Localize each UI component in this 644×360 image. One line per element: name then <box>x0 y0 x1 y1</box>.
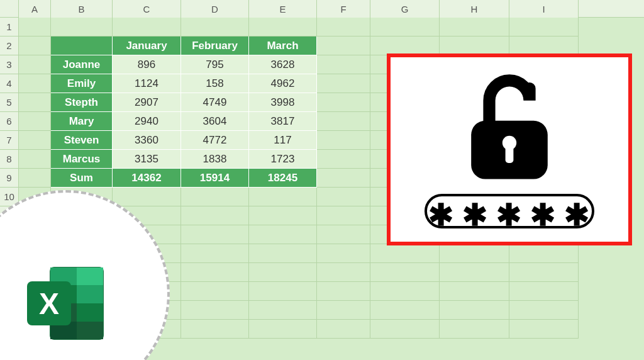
cell[interactable] <box>317 263 370 282</box>
cell[interactable] <box>317 169 370 188</box>
data-cell[interactable]: 1838 <box>181 150 249 169</box>
cell[interactable] <box>249 225 317 244</box>
col-header-e[interactable]: E <box>249 0 317 18</box>
row-header-9[interactable]: 9 <box>0 169 19 188</box>
data-cell[interactable]: 1723 <box>249 150 317 169</box>
row-header-6[interactable]: 6 <box>0 112 19 131</box>
cell[interactable] <box>181 206 249 225</box>
cell[interactable] <box>317 282 370 301</box>
cell[interactable] <box>19 74 51 93</box>
cell[interactable] <box>249 18 317 37</box>
cell[interactable] <box>440 18 509 37</box>
data-cell[interactable]: 117 <box>249 131 317 150</box>
cell[interactable] <box>509 244 579 263</box>
row-header-2[interactable]: 2 <box>0 37 19 55</box>
sum-january[interactable]: 14362 <box>113 169 181 188</box>
cell[interactable] <box>317 206 370 225</box>
cell[interactable] <box>440 37 509 55</box>
cell[interactable] <box>181 320 249 339</box>
cell[interactable] <box>181 282 249 301</box>
cell[interactable] <box>181 263 249 282</box>
cell[interactable] <box>509 282 579 301</box>
col-header-h[interactable]: H <box>440 0 509 18</box>
col-header-f[interactable]: F <box>317 0 370 18</box>
cell[interactable] <box>317 55 370 74</box>
sum-february[interactable]: 15914 <box>181 169 249 188</box>
cell[interactable] <box>440 282 509 301</box>
row-header-marcus[interactable]: Marcus <box>51 150 113 169</box>
cell[interactable] <box>249 206 317 225</box>
cell[interactable] <box>440 263 509 282</box>
cell[interactable] <box>181 188 249 206</box>
row-header-stepth[interactable]: Stepth <box>51 93 113 112</box>
cell[interactable] <box>19 131 51 150</box>
cell[interactable] <box>509 320 579 339</box>
col-header-b[interactable]: B <box>51 0 113 18</box>
data-cell[interactable]: 1124 <box>113 74 181 93</box>
data-cell[interactable]: 3604 <box>181 112 249 131</box>
cell[interactable] <box>249 282 317 301</box>
cell[interactable] <box>317 74 370 93</box>
cell[interactable] <box>317 301 370 320</box>
select-all-corner[interactable] <box>0 0 19 18</box>
cell[interactable] <box>249 244 317 263</box>
data-cell[interactable]: 4772 <box>181 131 249 150</box>
cell[interactable] <box>181 18 249 37</box>
cell[interactable] <box>509 301 579 320</box>
cell[interactable] <box>249 301 317 320</box>
cell[interactable] <box>181 225 249 244</box>
cell[interactable] <box>19 150 51 169</box>
cell[interactable] <box>370 37 440 55</box>
data-cell[interactable]: 896 <box>113 55 181 74</box>
cell[interactable] <box>317 244 370 263</box>
cell[interactable] <box>509 18 579 37</box>
data-cell[interactable]: 2940 <box>113 112 181 131</box>
col-header-c[interactable]: C <box>113 0 181 18</box>
row-header-mary[interactable]: Mary <box>51 112 113 131</box>
col-header-i[interactable]: I <box>509 0 579 18</box>
cell[interactable] <box>181 301 249 320</box>
data-cell[interactable]: 2907 <box>113 93 181 112</box>
cell[interactable] <box>370 18 440 37</box>
cell[interactable] <box>317 150 370 169</box>
cell[interactable] <box>370 301 440 320</box>
cell[interactable] <box>370 320 440 339</box>
row-header-emily[interactable]: Emily <box>51 74 113 93</box>
cell[interactable] <box>370 244 440 263</box>
cell[interactable] <box>370 282 440 301</box>
col-header-g[interactable]: G <box>370 0 440 18</box>
row-header-1[interactable]: 1 <box>0 18 19 37</box>
row-header-5[interactable]: 5 <box>0 93 19 112</box>
data-cell[interactable]: 3998 <box>249 93 317 112</box>
data-cell[interactable]: 3817 <box>249 112 317 131</box>
data-cell[interactable]: 3628 <box>249 55 317 74</box>
cell[interactable] <box>317 225 370 244</box>
col-header-march[interactable]: March <box>249 37 317 55</box>
col-header-february[interactable]: February <box>181 37 249 55</box>
cell[interactable] <box>317 93 370 112</box>
cell[interactable] <box>19 93 51 112</box>
cell[interactable] <box>19 37 51 55</box>
cell[interactable] <box>249 188 317 206</box>
cell[interactable] <box>317 18 370 37</box>
row-header-4[interactable]: 4 <box>0 74 19 93</box>
cell[interactable] <box>317 188 370 206</box>
row-header-3[interactable]: 3 <box>0 55 19 74</box>
cell[interactable] <box>317 112 370 131</box>
cell[interactable] <box>113 18 181 37</box>
cell[interactable] <box>370 263 440 282</box>
data-cell[interactable]: 3135 <box>113 150 181 169</box>
row-header-7[interactable]: 7 <box>0 131 19 150</box>
data-cell[interactable]: 158 <box>181 74 249 93</box>
table-corner[interactable] <box>51 37 113 55</box>
cell[interactable] <box>249 320 317 339</box>
data-cell[interactable]: 4962 <box>249 74 317 93</box>
cell[interactable] <box>249 263 317 282</box>
cell[interactable] <box>440 320 509 339</box>
cell[interactable] <box>509 37 579 55</box>
cell[interactable] <box>440 301 509 320</box>
cell[interactable] <box>19 55 51 74</box>
cell[interactable] <box>51 18 113 37</box>
data-cell[interactable]: 795 <box>181 55 249 74</box>
cell[interactable] <box>509 263 579 282</box>
